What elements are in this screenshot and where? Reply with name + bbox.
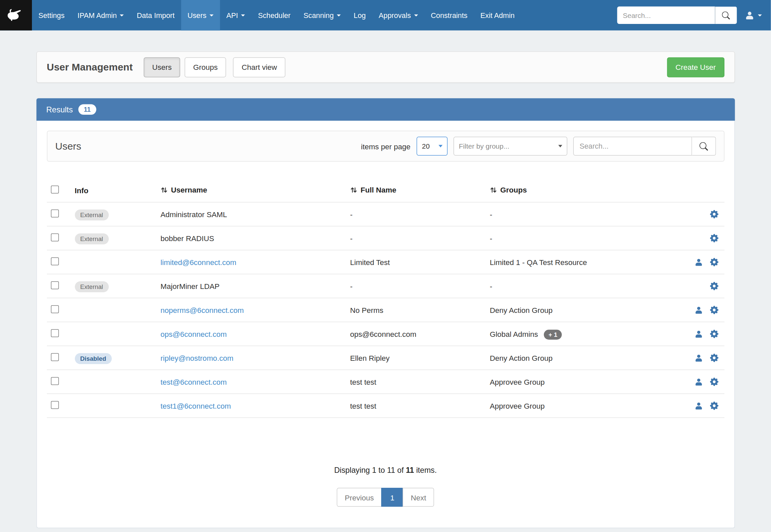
tab-groups[interactable]: Groups bbox=[185, 57, 226, 77]
page-1-button[interactable]: 1 bbox=[381, 488, 404, 507]
chevron-down-icon bbox=[241, 14, 245, 16]
table-search-button[interactable] bbox=[692, 137, 716, 156]
nav-search bbox=[617, 7, 737, 24]
table-row: External MajorMiner LDAP - - bbox=[47, 274, 724, 298]
user-menu[interactable] bbox=[745, 11, 762, 20]
column-header-groups[interactable]: Groups bbox=[486, 179, 669, 202]
gear-icon[interactable] bbox=[710, 282, 718, 291]
row-groups: Deny Action Group bbox=[490, 354, 553, 362]
anteater-logo-icon bbox=[6, 8, 26, 23]
nav-right bbox=[617, 0, 771, 31]
gear-icon[interactable] bbox=[710, 354, 718, 362]
row-checkbox[interactable] bbox=[51, 401, 59, 409]
tab-chart-view[interactable]: Chart view bbox=[233, 57, 285, 77]
column-header-info: Info bbox=[70, 179, 156, 202]
users-toolbar: Users items per page 20 Filter by group.… bbox=[47, 131, 724, 162]
nav-item-settings[interactable]: Settings bbox=[32, 0, 71, 31]
gear-icon[interactable] bbox=[710, 258, 718, 267]
nav-item-exit-admin[interactable]: Exit Admin bbox=[474, 0, 521, 31]
table-search bbox=[573, 137, 716, 156]
gear-icon[interactable] bbox=[710, 402, 718, 410]
row-username[interactable]: limited@6connect.com bbox=[160, 258, 236, 267]
group-filter-select[interactable]: Filter by group... bbox=[453, 137, 567, 156]
row-checkbox[interactable] bbox=[51, 209, 59, 217]
row-username: bobber RADIUS bbox=[160, 234, 214, 243]
top-navbar: Settings IPAM Admin Data Import Users AP… bbox=[0, 0, 771, 31]
results-count-badge: 11 bbox=[78, 104, 96, 115]
user-permissions-icon[interactable] bbox=[694, 378, 703, 386]
next-page-button[interactable]: Next bbox=[403, 488, 434, 507]
app-logo[interactable] bbox=[0, 0, 32, 31]
row-groups: - bbox=[490, 282, 492, 291]
table-header-row: Info Username Full Name bbox=[47, 179, 724, 202]
user-permissions-icon[interactable] bbox=[694, 402, 703, 410]
nav-item-scanning[interactable]: Scanning bbox=[297, 0, 347, 31]
row-full-name: ops@6connect.com bbox=[346, 322, 486, 346]
table-row: Disabled ripley@nostromo.com Ellen Riple… bbox=[47, 346, 724, 370]
nav-item-constraints[interactable]: Constraints bbox=[425, 0, 474, 31]
nav-item-scheduler[interactable]: Scheduler bbox=[251, 0, 297, 31]
nav-item-data-import[interactable]: Data Import bbox=[130, 0, 181, 31]
user-permissions-icon[interactable] bbox=[694, 330, 703, 338]
tab-users[interactable]: Users bbox=[144, 57, 180, 77]
row-checkbox[interactable] bbox=[51, 257, 59, 265]
gear-icon[interactable] bbox=[710, 330, 718, 338]
toolbar-controls: items per page 20 Filter by group... bbox=[361, 137, 716, 156]
row-checkbox[interactable] bbox=[51, 353, 59, 361]
row-groups: - bbox=[490, 210, 492, 219]
create-user-button[interactable]: Create User bbox=[667, 57, 724, 77]
search-icon bbox=[722, 11, 730, 19]
row-info-badge: External bbox=[74, 233, 108, 244]
nav-search-button[interactable] bbox=[715, 7, 737, 24]
nav-item-ipam-admin[interactable]: IPAM Admin bbox=[71, 0, 130, 31]
chevron-down-icon bbox=[336, 14, 340, 16]
row-username: MajorMiner LDAP bbox=[160, 282, 219, 291]
gear-icon[interactable] bbox=[710, 210, 718, 219]
results-body: Users items per page 20 Filter by group.… bbox=[36, 121, 735, 528]
row-checkbox[interactable] bbox=[51, 305, 59, 313]
row-checkbox[interactable] bbox=[51, 281, 59, 289]
table-row: External bobber RADIUS - - bbox=[47, 226, 724, 250]
user-permissions-icon[interactable] bbox=[694, 306, 703, 315]
items-per-page-label: items per page bbox=[361, 142, 411, 151]
chevron-down-icon bbox=[414, 14, 418, 16]
previous-page-button[interactable]: Previous bbox=[337, 488, 382, 507]
row-groups-extra-badge: + 1 bbox=[544, 330, 562, 340]
table-row: ops@6connect.com ops@6connect.com Global… bbox=[47, 322, 724, 346]
row-groups: - bbox=[490, 234, 492, 243]
nav-item-log[interactable]: Log bbox=[347, 0, 372, 31]
select-all-checkbox[interactable] bbox=[51, 186, 59, 194]
row-checkbox[interactable] bbox=[51, 233, 59, 241]
items-per-page-select[interactable]: 20 bbox=[417, 137, 448, 156]
row-username[interactable]: noperms@6connect.com bbox=[160, 306, 243, 315]
row-username[interactable]: ops@6connect.com bbox=[160, 330, 226, 338]
user-permissions-icon[interactable] bbox=[694, 258, 703, 267]
table-row: noperms@6connect.com No Perms Deny Actio… bbox=[47, 298, 724, 322]
users-heading: Users bbox=[55, 140, 81, 152]
row-checkbox[interactable] bbox=[51, 377, 59, 385]
row-full-name: - bbox=[346, 274, 486, 298]
row-username[interactable]: ripley@nostromo.com bbox=[160, 354, 233, 362]
row-groups: Approvee Group bbox=[490, 378, 545, 386]
row-checkbox[interactable] bbox=[51, 329, 59, 337]
pagination-summary: Displaying 1 to 11 of 11 items. bbox=[47, 466, 724, 475]
nav-item-users[interactable]: Users bbox=[181, 0, 220, 31]
nav-item-approvals[interactable]: Approvals bbox=[372, 0, 425, 31]
column-header-full-name[interactable]: Full Name bbox=[346, 179, 486, 202]
row-info-badge: Disabled bbox=[74, 353, 111, 364]
nav-item-api[interactable]: API bbox=[220, 0, 251, 31]
table-search-input[interactable] bbox=[573, 137, 692, 156]
chevron-down-icon bbox=[120, 14, 124, 16]
column-header-username[interactable]: Username bbox=[156, 179, 346, 202]
nav-search-input[interactable] bbox=[617, 7, 715, 24]
row-groups: Limited 1 - QA Test Resource bbox=[490, 258, 587, 267]
gear-icon[interactable] bbox=[710, 306, 718, 315]
sort-icon bbox=[160, 187, 167, 194]
users-table: Info Username Full Name bbox=[47, 179, 724, 418]
row-username[interactable]: test1@6connect.com bbox=[160, 402, 231, 410]
user-permissions-icon[interactable] bbox=[694, 354, 703, 362]
row-info-badge: External bbox=[74, 281, 108, 292]
gear-icon[interactable] bbox=[710, 234, 718, 243]
row-username[interactable]: test@6connect.com bbox=[160, 378, 226, 386]
gear-icon[interactable] bbox=[710, 378, 718, 386]
